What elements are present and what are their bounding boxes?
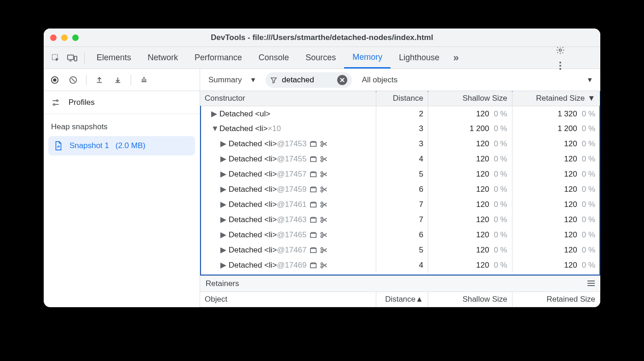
tab-elements[interactable]: Elements [88,47,139,69]
view-dropdown[interactable]: Summary ▾ [205,73,259,86]
svg-point-8 [53,78,56,81]
profiles-header[interactable]: Profiles [44,91,200,114]
heap-row[interactable]: ▶Detached <li> @1746751200 %1200 % [200,242,600,258]
heap-row[interactable]: ▶Detached <li> @1745541200 %1200 % [200,151,600,166]
row-distance: 2 [376,106,428,121]
sliders-icon [51,98,60,107]
row-retained: 1200 % [512,136,600,151]
tab-memory[interactable]: Memory [344,47,391,69]
garbage-collect-icon[interactable] [137,73,151,87]
retainers-header[interactable]: Retainers [200,275,600,292]
expand-arrow-icon[interactable]: ▶ [220,230,226,240]
row-distance: 7 [376,212,428,227]
row-icons [310,201,328,208]
titlebar: DevTools - file:///Users/stmarthe/detach… [44,29,600,47]
tab-console[interactable]: Console [250,47,297,69]
row-icons [310,247,328,253]
heap-row[interactable]: ▶Detached <li> @1746941200 %1200 % [200,258,600,273]
heap-toolbar: Summary ▾ All objects ▾ [200,69,600,91]
snapshot-name: Snapshot 1 [69,141,109,150]
expand-arrow-icon[interactable]: ▶ [220,260,226,270]
record-button[interactable] [47,73,62,87]
expand-arrow-icon[interactable]: ▼ [211,124,217,133]
close-window-button[interactable] [50,34,57,41]
row-icons [310,262,328,269]
heap-row[interactable]: ▶Detached <li> @1745331200 %1200 % [200,136,600,151]
filter-input[interactable] [282,75,333,85]
heap-row[interactable]: ▶Detached <li> @1746171200 %1200 % [200,197,600,212]
tab-lighthouse[interactable]: Lighthouse [391,47,448,69]
row-shallow: 1 2000 % [428,121,512,136]
tab-performance[interactable]: Performance [186,47,250,69]
download-icon[interactable] [110,73,125,87]
row-label: Detached <li> [229,200,277,209]
row-distance: 3 [376,136,428,151]
row-id: @17467 [277,246,307,255]
heap-row[interactable]: ▶Detached <li> @1745961200 %1200 % [200,182,600,197]
window-controls [50,34,79,41]
row-shallow: 1200 % [428,106,512,121]
row-distance: 6 [376,182,428,197]
heap-row[interactable]: ▶Detached <li> @1746561200 %1200 % [200,227,600,242]
row-label: Detached <ul> [219,109,270,119]
tab-network[interactable]: Network [139,47,186,69]
profiles-label: Profiles [69,98,95,107]
expand-arrow-icon[interactable]: ▶ [220,184,226,194]
col-distance[interactable]: Distance [376,91,428,106]
snapshot-file-icon [54,141,63,151]
tab-sources[interactable]: Sources [297,47,344,69]
row-distance: 5 [376,166,428,182]
expand-arrow-icon[interactable]: ▶ [220,154,226,164]
device-toolbar-icon[interactable] [64,53,80,63]
row-shallow: 1200 % [428,227,512,242]
constructors-grid: Constructor Distance Shallow Size Retain… [200,91,600,275]
row-shallow: 1200 % [428,182,512,197]
row-icons [310,141,328,147]
heap-row[interactable]: ▼Detached <li> ×1031 2000 %1 2000 % [200,121,600,136]
retainers-menu-icon[interactable] [587,279,595,288]
svg-rect-27 [310,218,316,222]
row-icons [310,171,328,178]
filter-icon [270,76,277,84]
heap-row[interactable]: ▶Detached <li> @1746371200 %1200 % [200,212,600,227]
ret-col-shallow[interactable]: Shallow Size [428,292,512,307]
row-shallow: 1200 % [428,166,512,182]
upload-icon[interactable] [92,73,107,87]
chevron-down-icon: ▾ [588,75,592,85]
clear-filter-button[interactable] [337,75,347,85]
more-tabs-icon[interactable]: » [448,52,464,64]
class-filter[interactable] [265,72,352,88]
svg-rect-12 [310,142,316,146]
col-shallow[interactable]: Shallow Size [428,91,512,106]
scope-dropdown[interactable]: All objects ▾ [358,73,596,86]
inspect-element-icon[interactable] [47,53,64,63]
heap-row[interactable]: ▶Detached <li> @1745751200 %1200 % [200,166,600,182]
expand-arrow-icon[interactable]: ▶ [220,200,226,209]
svg-rect-21 [310,188,316,192]
heap-row[interactable]: ▶Detached <ul>21200 %1 3200 % [200,106,600,121]
row-shallow: 1200 % [428,258,512,273]
expand-arrow-icon[interactable]: ▶ [220,215,226,224]
zoom-window-button[interactable] [72,34,79,41]
divider [84,52,85,63]
expand-arrow-icon[interactable]: ▶ [211,109,217,119]
clear-button[interactable] [66,73,80,87]
ret-col-distance[interactable]: Distance▲ [376,292,428,307]
snapshot-item[interactable]: Snapshot 1 (2.0 MB) [48,136,195,155]
col-constructor[interactable]: Constructor [200,91,376,106]
svg-rect-1 [68,55,74,59]
row-distance: 5 [376,242,428,258]
ret-col-object[interactable]: Object [200,292,376,307]
sort-asc-icon: ▲ [415,295,423,304]
expand-arrow-icon[interactable]: ▶ [220,245,226,255]
row-id: @17455 [277,155,307,164]
expand-arrow-icon[interactable]: ▶ [220,169,226,179]
minimize-window-button[interactable] [61,34,68,41]
svg-rect-33 [310,248,316,252]
col-retained[interactable]: Retained Size▼ [512,91,600,106]
ret-col-retained[interactable]: Retained Size [512,292,600,307]
row-retained: 1200 % [512,212,600,227]
row-shallow: 1200 % [428,212,512,227]
expand-arrow-icon[interactable]: ▶ [220,139,226,149]
svg-point-10 [57,100,58,101]
